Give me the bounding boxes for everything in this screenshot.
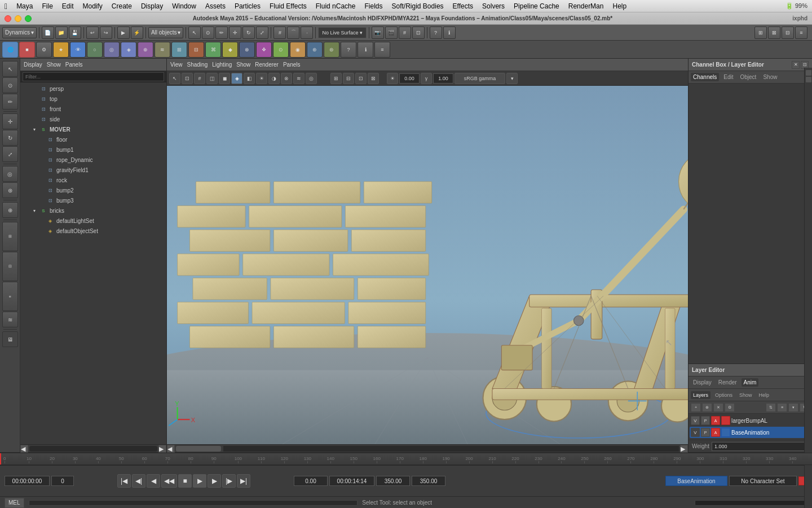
layer-tab-anim[interactable]: Anim <box>742 378 759 387</box>
vp-film-gate[interactable]: ⊠ <box>368 73 379 84</box>
layer-row-baseanimation[interactable]: V P A BaseAnimation <box>690 427 811 438</box>
move-tool-btn[interactable]: ✛ <box>229 27 241 39</box>
minimize-button[interactable] <box>15 15 21 22</box>
tab-edit[interactable]: Edit <box>721 73 735 81</box>
range-end-field[interactable] <box>376 476 410 486</box>
timeline-track[interactable]: 0102030405060708090100110120130140150160… <box>0 453 812 465</box>
outliner-display-menu[interactable]: Display <box>24 62 42 68</box>
vp-textured[interactable]: ◧ <box>244 73 255 84</box>
outliner-search[interactable] <box>23 72 164 81</box>
menu-fields[interactable]: Fields <box>364 2 382 10</box>
vp-ao[interactable]: ⊗ <box>281 73 292 84</box>
lt-lasso[interactable]: ⊙ <box>2 77 18 93</box>
shelf-icon-20[interactable]: ⊜ <box>324 42 339 58</box>
char-set-field[interactable] <box>729 476 797 486</box>
current-time-field[interactable] <box>5 476 50 486</box>
vp-show-menu[interactable]: Show <box>236 62 250 68</box>
rotate-tool-btn[interactable]: ↻ <box>242 27 255 39</box>
shelf-icon-10[interactable]: ≋ <box>155 42 170 58</box>
menu-maya[interactable]: Maya <box>16 2 33 10</box>
menu-particles[interactable]: Particles <box>235 2 261 10</box>
vp-lighting-menu[interactable]: Lighting <box>212 62 232 68</box>
shelf-icon-14[interactable]: ◆ <box>222 42 238 58</box>
outliner-persp[interactable]: ⊡ persp <box>20 84 166 94</box>
menu-display[interactable]: Display <box>141 2 163 10</box>
menu-fluid-ncache[interactable]: Fluid nCache <box>316 2 356 10</box>
snap-curve-btn[interactable]: ⌒ <box>287 27 299 39</box>
shelf-icon-15[interactable]: ⊗ <box>239 42 255 58</box>
shelf-icon-more[interactable]: ≡ <box>374 42 390 58</box>
go-end-btn[interactable]: ▶| <box>237 474 250 488</box>
select-tool-btn[interactable]: ↖ <box>188 27 201 39</box>
vp-guides[interactable]: ⊟ <box>343 73 354 84</box>
layers-more[interactable]: ▾ <box>788 403 798 412</box>
outliner-defaultlightset[interactable]: ◈ defaultLightSet <box>20 216 166 226</box>
outliner-mover[interactable]: ▾ S MOVER <box>20 124 166 134</box>
layers-settings[interactable]: ⚙ <box>725 403 735 412</box>
vp-colorspace-dropdown[interactable]: ▾ <box>506 73 518 84</box>
weight-field[interactable] <box>712 442 809 451</box>
shelf-icon-9[interactable]: ⊕ <box>138 42 153 58</box>
isolate-btn[interactable]: ⊡ <box>412 27 425 39</box>
vp-smooth[interactable]: ◼ <box>219 73 230 84</box>
ipr-render-btn[interactable]: ⚡ <box>131 27 143 39</box>
lt-grid-3[interactable]: ≡ <box>2 282 18 311</box>
mel-mode-btn[interactable]: MEL <box>5 498 24 508</box>
menu-modify[interactable]: Modify <box>83 2 103 10</box>
menu-renderman[interactable]: RenderMan <box>568 2 604 10</box>
outliner-bump1[interactable]: ⊡ bump1 <box>20 144 166 155</box>
shelf-icon-16[interactable]: ❖ <box>256 42 272 58</box>
layer-tab-display[interactable]: Display <box>691 378 714 387</box>
layer-type-2[interactable]: P <box>701 428 710 437</box>
outliner-panels-menu[interactable]: Panels <box>65 62 83 68</box>
outliner-bump3[interactable]: ⊡ bump3 <box>20 195 166 205</box>
vp-panels-menu[interactable]: Panels <box>283 62 301 68</box>
vp-wireframe[interactable]: ◫ <box>206 73 218 84</box>
menu-solvers[interactable]: Solvers <box>482 2 505 10</box>
sublayer-tab-layers[interactable]: Layers <box>691 391 710 399</box>
sublayer-tab-options[interactable]: Options <box>713 391 735 399</box>
play-btn[interactable]: ▶ <box>193 474 206 488</box>
right-shelf-3[interactable]: ⊟ <box>782 27 794 39</box>
sublayer-tab-help[interactable]: Help <box>757 391 772 399</box>
outliner-rock[interactable]: ⊡ rock <box>20 175 166 185</box>
re-btn-2[interactable] <box>806 77 811 82</box>
vp-view-menu[interactable]: View <box>170 62 183 68</box>
scale-tool-btn[interactable]: ⤢ <box>256 27 268 39</box>
go-start-btn[interactable]: |◀ <box>117 474 131 488</box>
outliner-scroll-left[interactable]: ◀ <box>20 445 28 453</box>
vp-dof[interactable]: ◎ <box>306 73 317 84</box>
shelf-icon-1[interactable]: 🌐 <box>2 42 18 58</box>
shelf-icon-18[interactable]: ◉ <box>290 42 306 58</box>
outliner-bricks[interactable]: ▾ S bricks <box>20 205 166 216</box>
panel-close-btn[interactable]: ✕ <box>792 61 800 69</box>
grid-btn[interactable]: # <box>399 27 411 39</box>
outliner-floor[interactable]: ⊡ floor <box>20 134 166 144</box>
snap-grid-btn[interactable]: # <box>273 27 286 39</box>
prev-frame-btn[interactable]: ◀ <box>147 474 160 488</box>
snap-point-btn[interactable]: · <box>301 27 313 39</box>
undo-btn[interactable]: ↩ <box>86 27 99 39</box>
outliner-rope[interactable]: ⊡ rope_Dynamic <box>20 155 166 165</box>
vp-camera[interactable]: ⊡ <box>182 73 193 84</box>
menu-fluid-effects[interactable]: Fluid Effects <box>270 2 307 10</box>
lt-move[interactable]: ✛ <box>2 113 18 129</box>
menu-help[interactable]: Help <box>612 2 626 10</box>
layer-type-1[interactable]: P <box>701 416 710 425</box>
vp-hud[interactable]: ⊞ <box>330 73 342 84</box>
current-frame-field[interactable] <box>51 476 74 486</box>
outliner-top[interactable]: ⊡ top <box>20 94 166 104</box>
shelf-icon-7[interactable]: ◎ <box>104 42 120 58</box>
paint-tool-btn[interactable]: ✏ <box>215 27 228 39</box>
menu-create[interactable]: Create <box>112 2 132 10</box>
shelf-icon-13[interactable]: ⌘ <box>205 42 221 58</box>
lt-mel[interactable]: 🖥 <box>2 331 18 347</box>
menu-edit[interactable]: Edit <box>62 2 74 10</box>
layer-vis-2[interactable]: V <box>691 428 700 437</box>
right-shelf-1[interactable]: ⊞ <box>754 27 767 39</box>
menu-effects[interactable]: Effects <box>453 2 473 10</box>
layer-vis-1[interactable]: V <box>691 416 700 425</box>
lt-rotate[interactable]: ↻ <box>2 130 18 146</box>
next-frame-btn[interactable]: ▶ <box>208 474 221 488</box>
layer-anim-2[interactable]: A <box>711 428 720 437</box>
